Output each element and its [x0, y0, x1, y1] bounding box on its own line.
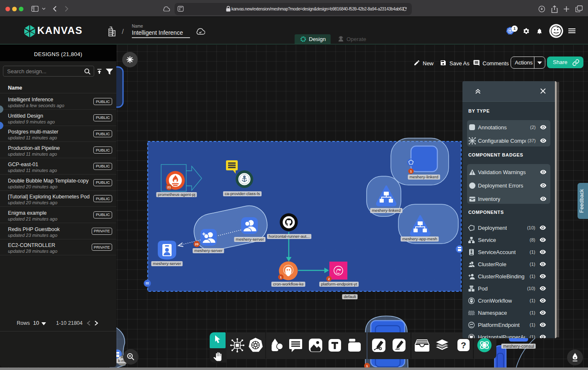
svg-text:?: ? [461, 340, 466, 350]
